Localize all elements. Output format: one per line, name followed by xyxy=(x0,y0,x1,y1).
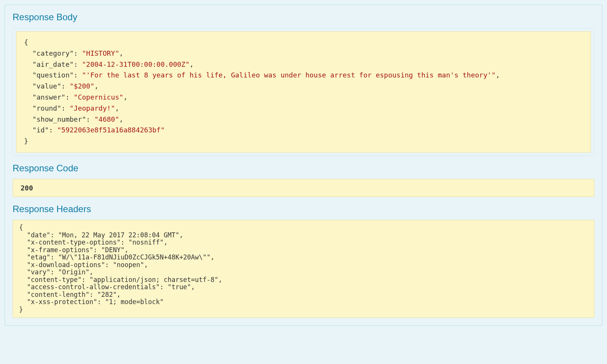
response-headers-content[interactable]: { "date": "Mon, 22 May 2017 22:08:04 GMT… xyxy=(13,220,594,318)
response-headers-title: Response Headers xyxy=(13,204,594,214)
response-body-title: Response Body xyxy=(13,12,594,23)
response-code-content[interactable]: 200 xyxy=(13,179,594,197)
response-body-wrapper: { "category": "HISTORY", "air_date": "20… xyxy=(13,28,594,156)
response-code-title: Response Code xyxy=(13,163,594,174)
response-body-content[interactable]: { "category": "HISTORY", "air_date": "20… xyxy=(16,31,591,153)
response-panel: Response Body { "category": "HISTORY", "… xyxy=(5,5,602,326)
